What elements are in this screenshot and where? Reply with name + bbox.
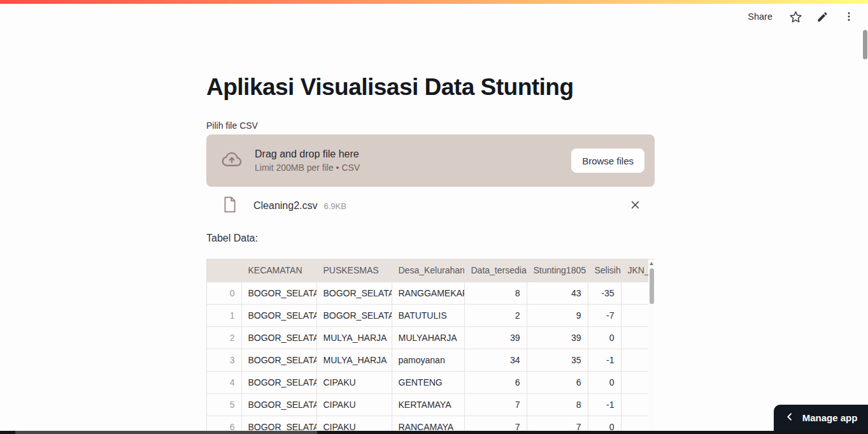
table-scrollbar[interactable] [648,259,655,431]
table-label: Tabel Data: [206,233,258,244]
table-cell[interactable]: MULYA_HARJA [317,349,392,371]
browse-files-button[interactable]: Browse files [571,148,644,173]
table-cell[interactable]: 34 [464,349,527,371]
row-index-cell[interactable]: 5 [207,393,241,416]
table-cell[interactable]: 39 [464,326,527,349]
column-header[interactable]: PUSKESMAS [317,259,392,282]
table-cell[interactable]: 8 [464,282,527,304]
table-cell[interactable]: 2 [464,304,527,326]
table-cell[interactable]: pamoyanan [392,349,464,371]
table-row: 6BOGOR_SELATANCIPAKURANCAMAYA770 [207,416,649,431]
table-cell[interactable]: 8 [527,393,588,416]
table-row: 2BOGOR_SELATANMULYA_HARJAMULYAHARJA39390 [207,326,649,349]
data-grid: KECAMATANPUSKESMASDesa_KelurahanData_ter… [207,259,650,431]
table-cell[interactable]: 7 [464,416,527,431]
page-scrollbar-thumb[interactable] [863,30,867,59]
row-index-cell[interactable]: 1 [207,304,241,326]
file-dropzone[interactable]: Drag and drop file here Limit 200MB per … [206,134,655,187]
table-cell[interactable]: CIPAKU [317,371,392,393]
manage-app-label: Manage app [802,412,858,423]
star-icon [789,10,802,24]
uploader-label: Pilih file CSV [206,120,258,131]
table-cell[interactable]: -1 [588,349,621,371]
row-index-cell[interactable]: 3 [207,349,241,371]
scroll-up-arrow-icon[interactable] [650,262,653,265]
table-cell[interactable]: BOGOR_SELATAN [241,304,317,326]
more-options-button[interactable] [839,6,859,27]
table-cell[interactable]: 0 [588,371,621,393]
table-cell[interactable]: 9 [527,304,588,326]
table-cell[interactable]: BOGOR_SELATAN [317,282,392,304]
table-cell[interactable]: 0 [588,416,621,431]
column-header[interactable]: Desa_Kelurahan [392,259,464,282]
table-cell[interactable]: RANCAMAYA [392,416,464,431]
table-cell[interactable]: BOGOR_SELATAN [241,371,317,393]
table-cell[interactable] [621,326,649,349]
table-cell[interactable] [621,416,649,431]
row-index-cell[interactable]: 0 [207,282,241,304]
table-row: 5BOGOR_SELATANCIPAKUKERTAMAYA78-1 [207,393,649,416]
table-cell[interactable]: RANGGAMEKAR [392,282,464,304]
column-header-index[interactable] [207,259,241,282]
table-cell[interactable]: 6 [464,371,527,393]
row-index-cell[interactable]: 6 [207,416,241,431]
table-cell[interactable]: MULYA_HARJA [317,326,392,349]
dropzone-title: Drag and drop file here [255,148,571,160]
column-header[interactable]: Stunting1805 [527,259,588,282]
close-icon [630,199,641,212]
table-cell[interactable]: BOGOR_SELATAN [317,304,392,326]
upload-cloud-icon [220,148,243,173]
column-header[interactable]: Data_tersedia [464,259,527,282]
table-cell[interactable]: GENTENG [392,371,464,393]
row-index-cell[interactable]: 4 [207,371,241,393]
table-cell[interactable]: 7 [464,393,527,416]
table-cell[interactable]: 39 [527,326,588,349]
row-index-cell[interactable]: 2 [207,326,241,349]
table-cell[interactable]: CIPAKU [317,393,392,416]
dropzone-text: Drag and drop file here Limit 200MB per … [255,148,571,173]
table-cell[interactable]: BATUTULIS [392,304,464,326]
table-row: 0BOGOR_SELATANBOGOR_SELATANRANGGAMEKAR84… [207,282,649,304]
table-cell[interactable]: KERTAMAYA [392,393,464,416]
table-cell[interactable] [621,371,649,393]
table-cell[interactable] [621,349,649,371]
table-header-row: KECAMATANPUSKESMASDesa_KelurahanData_ter… [207,259,649,282]
table-scrollbar-thumb[interactable] [650,268,654,304]
table-cell[interactable]: BOGOR_SELATAN [241,282,317,304]
column-header[interactable]: KECAMATAN [241,259,317,282]
edit-button[interactable] [812,6,832,27]
favorite-star-button[interactable] [785,6,806,27]
share-button[interactable]: Share [741,8,779,25]
table-cell[interactable] [621,304,649,326]
table-cell[interactable]: 0 [588,326,621,349]
column-header[interactable]: Selisih [588,259,621,282]
table-cell[interactable]: -35 [588,282,621,304]
file-size: 6.9KB [324,201,346,211]
table-cell[interactable] [621,282,649,304]
table-cell[interactable]: 6 [527,371,588,393]
chevron-left-icon [785,412,795,424]
table-cell[interactable]: BOGOR_SELATAN [241,349,317,371]
app-window: Share Aplikasi Visualisasi [0,0,868,434]
table-cell[interactable]: BOGOR_SELATAN [241,416,317,431]
table-cell[interactable]: MULYAHARJA [392,326,464,349]
table-cell[interactable]: -7 [588,304,621,326]
column-header[interactable]: JKN_E [621,259,649,282]
horizontal-scrollbar-thumb[interactable] [15,431,317,434]
dropzone-hint: Limit 200MB per file • CSV [255,163,571,173]
horizontal-scrollbar[interactable] [0,431,868,434]
table-cell[interactable] [621,393,649,416]
table-cell[interactable]: 35 [527,349,588,371]
table-cell[interactable]: 43 [527,282,588,304]
table-cell[interactable]: BOGOR_SELATAN [241,326,317,349]
kebab-menu-icon [843,11,855,22]
table-cell[interactable]: -1 [588,393,621,416]
table-cell[interactable]: 7 [527,416,588,431]
table-row: 1BOGOR_SELATANBOGOR_SELATANBATUTULIS29-7 [207,304,649,326]
table-cell[interactable]: CIPAKU [317,416,392,431]
manage-app-button[interactable]: Manage app [774,405,868,431]
table-row: 4BOGOR_SELATANCIPAKUGENTENG660 [207,371,649,393]
table-body: 0BOGOR_SELATANBOGOR_SELATANRANGGAMEKAR84… [207,282,649,431]
remove-file-button[interactable] [624,195,646,217]
table-cell[interactable]: BOGOR_SELATAN [241,393,317,416]
